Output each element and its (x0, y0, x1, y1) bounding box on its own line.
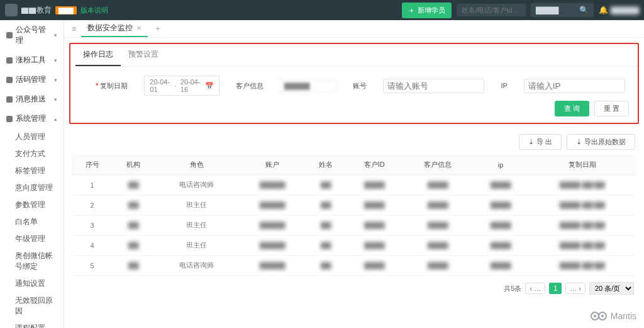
search-icon: 🔍 (579, 6, 589, 14)
group-icon (6, 96, 13, 103)
ip-input[interactable] (524, 79, 625, 93)
table-row[interactable]: 1▇▇电话咨询师▇▇▇▇▇▇▇▇▇▇▇▇▇▇▇▇▇▇▇▇▇▇▇-▇▇-▇▇ (72, 175, 636, 195)
date-range-input[interactable]: 20-04-01 · 20-04-16 📅 (144, 76, 219, 96)
results-table: 序号机构角色账户姓名客户ID客户信息ip复制日期 1▇▇电话咨询师▇▇▇▇▇▇▇… (72, 155, 636, 276)
cell-name: ▇▇ (305, 235, 346, 256)
col-ip: ip (474, 155, 528, 175)
secondary-search[interactable]: ▇▇▇▇ 🔍 (531, 3, 594, 17)
pager-total: 共5条 (504, 284, 521, 293)
subtab-oplog[interactable]: 操作日志 (75, 44, 121, 66)
cell-idx: 1 (72, 175, 113, 195)
calendar-icon: 📅 (205, 82, 214, 90)
sidebar-group-label: 公众号管理 (16, 25, 51, 46)
cell-cid: ▇▇▇▇ (347, 235, 402, 256)
cell-idx: 5 (72, 256, 113, 276)
account-label: 账号 (353, 81, 367, 91)
cell-acct: ▇▇▇▇▇ (240, 175, 305, 195)
add-tab-icon[interactable]: ＋ (149, 23, 167, 34)
chevron-icon: ▾ (54, 32, 57, 38)
filter-panel: 操作日志 预警设置 复制日期 20-04-01 · 20-04-16 📅 客户信… (69, 43, 639, 124)
cell-cinfo: ▇▇▇▇ (402, 235, 474, 256)
cell-cinfo: ▇▇▇▇ (402, 195, 474, 215)
cell-org: ▇▇ (113, 215, 153, 235)
sidebar-item-支付方式[interactable]: 支付方式 (0, 145, 64, 162)
sub-tabs: 操作日志 预警设置 (70, 44, 638, 67)
download-icon: ⇣ (576, 138, 582, 146)
svg-point-4 (601, 315, 604, 317)
filter-row: 复制日期 20-04-01 · 20-04-16 📅 客户信息 ▇▇▇▇▇ 账号… (70, 67, 638, 98)
cell-name: ▇▇ (305, 256, 346, 276)
sidebar-item-参数管理[interactable]: 参数管理 (0, 196, 64, 213)
chevron-icon: ▴ (54, 116, 57, 122)
group-icon (6, 116, 13, 122)
export-toolbar: ⇣ 导 出 ⇣ 导出原始数据 (64, 129, 644, 155)
sidebar-item-年级管理[interactable]: 年级管理 (0, 230, 64, 247)
sidebar-item-课程配置[interactable]: 课程配置 (0, 320, 64, 328)
sidebar-item-奥创微信帐号绑定[interactable]: 奥创微信帐号绑定 (0, 247, 64, 275)
sidebar-group-3[interactable]: 消息推送▾ (0, 89, 64, 109)
pager-next[interactable]: … › (565, 283, 586, 294)
pager-pagesize[interactable]: 20 条/页 (589, 282, 634, 295)
cell-org: ▇▇ (113, 195, 153, 215)
sidebar-item-通知设置[interactable]: 通知设置 (0, 275, 64, 292)
table-row[interactable]: 2▇▇班主任▇▇▇▇▇▇▇▇▇▇▇▇▇▇▇▇▇▇▇▇▇▇▇-▇▇-▇▇ (72, 195, 636, 215)
global-search-input[interactable] (462, 6, 521, 14)
cell-acct: ▇▇▇▇▇ (240, 195, 305, 215)
tab-data-security[interactable]: 数据安全监控 ✕ (81, 20, 148, 37)
pager-page-1[interactable]: 1 (549, 283, 562, 294)
sidebar-group-0[interactable]: 公众号管理▾ (0, 20, 64, 50)
group-icon (6, 57, 13, 64)
cell-acct: ▇▇▇▇▇ (240, 235, 305, 256)
cell-role: 班主任 (153, 195, 240, 215)
cell-role: 电话咨询师 (153, 175, 240, 195)
sidebar-item-意向度管理[interactable]: 意向度管理 (0, 179, 64, 196)
col-序号: 序号 (72, 155, 113, 175)
sidebar-item-白名单[interactable]: 白名单 (0, 213, 64, 230)
user-block[interactable]: 🔔 ▇▇▇▇▇ (599, 6, 639, 14)
new-student-button[interactable]: ＋ 新增学员 (402, 3, 452, 18)
sidebar-group-2[interactable]: 活码管理▾ (0, 70, 64, 89)
reset-button[interactable]: 重 置 (594, 101, 629, 116)
cell-date: ▇▇▇▇-▇▇-▇▇ (528, 195, 636, 215)
account-input[interactable] (383, 79, 484, 93)
date-label: 复制日期 (96, 81, 128, 91)
export-raw-label: 导出原始数据 (584, 137, 626, 147)
cell-date: ▇▇▇▇-▇▇-▇▇ (528, 175, 636, 195)
sidebar-group-1[interactable]: 涨粉工具▾ (0, 50, 64, 70)
sidebar-item-无效驳回原因[interactable]: 无效驳回原因 (0, 292, 64, 320)
cell-cinfo: ▇▇▇▇ (402, 256, 474, 276)
collapse-sidebar-icon[interactable]: ≡ (68, 25, 80, 33)
release-notes-link[interactable]: 版本说明 (80, 6, 108, 15)
cell-idx: 2 (72, 195, 113, 215)
sidebar-item-人员管理[interactable]: 人员管理 (0, 128, 64, 145)
table-row[interactable]: 5▇▇电话咨询师▇▇▇▇▇▇▇▇▇▇▇▇▇▇▇▇▇▇▇▇▇▇▇-▇▇-▇▇ (72, 256, 636, 276)
search-button[interactable]: 查 询 (555, 101, 589, 116)
brand: ▇▇教育 ▇▇▇ 版本说明 (5, 4, 108, 16)
col-客户ID: 客户ID (347, 155, 402, 175)
new-student-label: 新增学员 (418, 6, 445, 15)
app-logo-icon (5, 4, 18, 16)
table-row[interactable]: 4▇▇班主任▇▇▇▇▇▇▇▇▇▇▇▇▇▇▇▇▇▇▇▇▇▇▇-▇▇-▇▇ (72, 235, 636, 256)
table-row[interactable]: 3▇▇班主任▇▇▇▇▇▇▇▇▇▇▇▇▇▇▇▇▇▇▇▇▇▇▇-▇▇-▇▇ (72, 215, 636, 235)
sidebar-item-标签管理[interactable]: 标签管理 (0, 162, 64, 179)
global-search[interactable] (457, 4, 526, 16)
cell-acct: ▇▇▇▇▇ (240, 215, 305, 235)
secondary-value: ▇▇▇▇ (536, 6, 558, 14)
subtab-alert-settings[interactable]: 预警设置 (121, 44, 166, 66)
export-button[interactable]: ⇣ 导 出 (519, 134, 562, 150)
cust-info-input[interactable]: ▇▇▇▇▇ (280, 79, 336, 93)
col-客户信息: 客户信息 (402, 155, 474, 175)
cell-date: ▇▇▇▇-▇▇-▇▇ (528, 235, 636, 256)
close-icon[interactable]: ✕ (136, 25, 142, 31)
cell-cid: ▇▇▇▇ (347, 256, 402, 276)
bell-icon[interactable]: 🔔 (599, 6, 608, 14)
page-tabs: ≡ 数据安全监控 ✕ ＋ (64, 20, 644, 38)
cell-cid: ▇▇▇▇ (347, 175, 402, 195)
export-raw-button[interactable]: ⇣ 导出原始数据 (567, 134, 635, 150)
main-area: ≡ 数据安全监控 ✕ ＋ 操作日志 预警设置 复制日期 20-04-01 · 2… (64, 20, 644, 328)
cell-role: 班主任 (153, 235, 240, 256)
pager-prev[interactable]: ‹ … (525, 283, 545, 294)
chevron-icon: ▾ (54, 57, 57, 64)
export-label: 导 出 (536, 137, 552, 147)
sidebar-group-4[interactable]: 系统管理▴ (0, 109, 64, 128)
